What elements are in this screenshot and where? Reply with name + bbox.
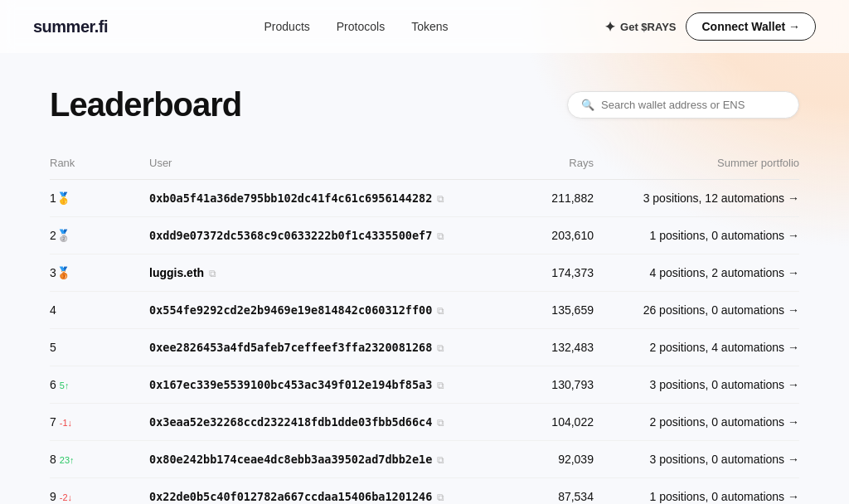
main-content: Leaderboard 🔍 Rank User Rays Summer port… (0, 53, 849, 504)
rank-number: 3 (50, 266, 56, 279)
portfolio-link[interactable]: 4 positions, 2 automations → (649, 266, 799, 279)
copy-icon[interactable]: ⧉ (437, 230, 444, 242)
rank-number: 6 (50, 378, 56, 391)
copy-icon[interactable]: ⧉ (437, 342, 444, 354)
portfolio-link[interactable]: 2 positions, 0 automations → (649, 415, 799, 429)
rank-number: 8 (50, 453, 56, 466)
user-address[interactable]: luggis.eth (149, 266, 204, 279)
portfolio-link[interactable]: 1 positions, 0 automations → (649, 229, 799, 242)
portfolio-link[interactable]: 3 positions, 0 automations → (649, 453, 799, 466)
user-address[interactable]: 0x80e242bb174ceae4dc8ebb3aa39502ad7dbb2e… (149, 453, 432, 466)
portfolio-link[interactable]: 3 positions, 0 automations → (649, 378, 799, 391)
col-rank: Rank (50, 150, 149, 180)
rank-cell: 7-1↓ (50, 404, 149, 441)
search-box[interactable]: 🔍 (567, 91, 799, 119)
rank-cell: 9-2↓ (50, 478, 149, 505)
user-cell: 0x3eaa52e32268ccd2322418fdb1dde03fbb5d66… (149, 404, 538, 441)
rank-number: 1 (50, 191, 56, 205)
user-cell: 0x167ec339e5539100bc453ac349f012e194bf85… (149, 366, 538, 404)
rank-change: 23↑ (60, 455, 75, 465)
col-portfolio: Summer portfolio (594, 150, 799, 180)
user-cell: 0x22de0b5c40f012782a667ccdaa15406ba12012… (149, 478, 538, 505)
portfolio-link[interactable]: 2 positions, 4 automations → (649, 341, 799, 354)
connect-wallet-button[interactable]: Connect Wallet → (686, 12, 816, 41)
page-title: Leaderboard (50, 86, 241, 124)
page-header: Leaderboard 🔍 (50, 86, 799, 124)
copy-icon[interactable]: ⧉ (437, 305, 444, 317)
table-row: 823↑0x80e242bb174ceae4dc8ebb3aa39502ad7d… (50, 441, 799, 478)
portfolio-cell[interactable]: 2 positions, 4 automations → (594, 329, 799, 366)
rank-change: -1↓ (60, 418, 72, 428)
main-nav: Products Protocols Tokens (264, 20, 449, 33)
copy-icon[interactable]: ⧉ (437, 380, 444, 391)
search-icon: 🔍 (581, 99, 594, 111)
rank-number: 2 (50, 229, 56, 242)
leaderboard-table: Rank User Rays Summer portfolio 1🥇0xb0a5… (50, 150, 799, 504)
rank-number: 7 (50, 415, 56, 429)
get-rays-label: Get $RAYS (620, 21, 676, 33)
rays-cell: 104,022 (538, 404, 594, 441)
user-address[interactable]: 0x3eaa52e32268ccd2322418fdb1dde03fbb5d66… (149, 415, 432, 429)
nav-protocols[interactable]: Protocols (337, 20, 385, 33)
rays-cell: 87,534 (538, 478, 594, 505)
nav-products[interactable]: Products (264, 20, 310, 33)
rank-cell: 823↑ (50, 441, 149, 478)
table-header-row: Rank User Rays Summer portfolio (50, 150, 799, 180)
table-row: 65↑0x167ec339e5539100bc453ac349f012e194b… (50, 366, 799, 404)
table-row: 3🥉luggis.eth⧉174,3734 positions, 2 autom… (50, 254, 799, 292)
rank-medal: 🥉 (56, 266, 70, 279)
nav-tokens[interactable]: Tokens (411, 20, 448, 33)
header-right: ✦ Get $RAYS Connect Wallet → (604, 12, 816, 41)
portfolio-cell[interactable]: 1 positions, 0 automations → (594, 217, 799, 254)
rank-number: 5 (50, 341, 56, 354)
rays-cell: 174,373 (538, 254, 594, 292)
rank-change: -2↓ (60, 492, 72, 502)
copy-icon[interactable]: ⧉ (209, 268, 216, 279)
portfolio-link[interactable]: 26 positions, 0 automations → (643, 303, 799, 317)
portfolio-link[interactable]: 3 positions, 12 automations → (643, 191, 799, 205)
rays-cell: 211,882 (538, 180, 594, 217)
rank-number: 4 (50, 303, 56, 317)
user-address[interactable]: 0x22de0b5c40f012782a667ccdaa15406ba12012… (149, 490, 432, 503)
portfolio-link[interactable]: 1 positions, 0 automations → (649, 490, 799, 503)
rank-cell: 3🥉 (50, 254, 149, 292)
connect-wallet-label: Connect Wallet → (701, 20, 800, 33)
portfolio-cell[interactable]: 1 positions, 0 automations → (594, 478, 799, 505)
rank-cell: 4 (50, 292, 149, 329)
rays-cell: 92,039 (538, 441, 594, 478)
portfolio-cell[interactable]: 26 positions, 0 automations → (594, 292, 799, 329)
header: summer.fi Products Protocols Tokens ✦ Ge… (0, 0, 849, 53)
copy-icon[interactable]: ⧉ (437, 454, 444, 466)
user-cell: 0x554fe9292cd2e2b9469e19e814842c060312ff… (149, 292, 538, 329)
user-address[interactable]: 0x167ec339e5539100bc453ac349f012e194bf85… (149, 378, 432, 391)
rank-medal: 🥈 (56, 229, 70, 242)
portfolio-cell[interactable]: 4 positions, 2 automations → (594, 254, 799, 292)
copy-icon[interactable]: ⧉ (437, 492, 444, 503)
search-input[interactable] (601, 99, 785, 111)
rank-cell: 65↑ (50, 366, 149, 404)
rays-cell: 132,483 (538, 329, 594, 366)
get-rays-button[interactable]: ✦ Get $RAYS (604, 19, 676, 35)
table-row: 50xee2826453a4fd5afeb7ceffeef3ffa2320081… (50, 329, 799, 366)
table-row: 7-1↓0x3eaa52e32268ccd2322418fdb1dde03fbb… (50, 404, 799, 441)
user-address[interactable]: 0xdd9e07372dc5368c9c0633222b0f1c4335500e… (149, 229, 432, 242)
rays-cell: 203,610 (538, 217, 594, 254)
user-cell: luggis.eth⧉ (149, 254, 538, 292)
rank-cell: 5 (50, 329, 149, 366)
copy-icon[interactable]: ⧉ (437, 193, 444, 205)
portfolio-cell[interactable]: 3 positions, 12 automations → (594, 180, 799, 217)
rays-cell: 135,659 (538, 292, 594, 329)
rank-cell: 2🥈 (50, 217, 149, 254)
user-cell: 0xdd9e07372dc5368c9c0633222b0f1c4335500e… (149, 217, 538, 254)
portfolio-cell[interactable]: 2 positions, 0 automations → (594, 404, 799, 441)
table-row: 9-2↓0x22de0b5c40f012782a667ccdaa15406ba1… (50, 478, 799, 505)
table-row: 40x554fe9292cd2e2b9469e19e814842c060312f… (50, 292, 799, 329)
col-rays: Rays (538, 150, 594, 180)
portfolio-cell[interactable]: 3 positions, 0 automations → (594, 366, 799, 404)
portfolio-cell[interactable]: 3 positions, 0 automations → (594, 441, 799, 478)
user-cell: 0xb0a5f41a36de795bb102dc41f4c61c69561442… (149, 180, 538, 217)
user-address[interactable]: 0xb0a5f41a36de795bb102dc41f4c61c69561442… (149, 191, 432, 205)
user-address[interactable]: 0x554fe9292cd2e2b9469e19e814842c060312ff… (149, 303, 432, 317)
user-address[interactable]: 0xee2826453a4fd5afeb7ceffeef3ffa23200812… (149, 341, 432, 354)
copy-icon[interactable]: ⧉ (437, 417, 444, 429)
